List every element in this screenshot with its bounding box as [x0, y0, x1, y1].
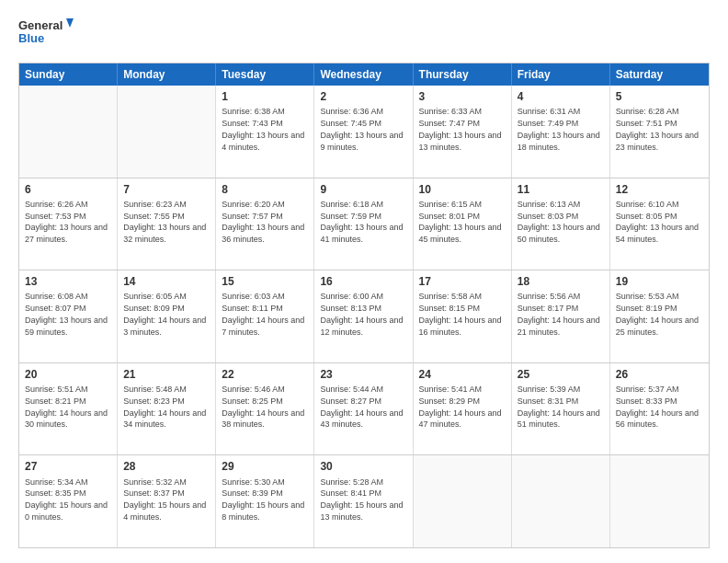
calendar: SundayMondayTuesdayWednesdayThursdayFrid…: [18, 63, 710, 548]
calendar-cell: 6Sunrise: 6:26 AM Sunset: 7:53 PM Daylig…: [19, 178, 118, 270]
cell-text: Sunrise: 6:26 AM Sunset: 7:53 PM Dayligh…: [25, 200, 108, 244]
calendar-cell: 1Sunrise: 6:38 AM Sunset: 7:43 PM Daylig…: [216, 86, 314, 178]
day-number: 13: [25, 274, 111, 289]
day-number: 28: [123, 459, 210, 474]
cell-text: Sunrise: 6:38 AM Sunset: 7:43 PM Dayligh…: [222, 107, 304, 151]
day-number: 5: [616, 89, 703, 104]
cell-text: Sunrise: 6:36 AM Sunset: 7:45 PM Dayligh…: [320, 107, 403, 151]
cell-text: Sunrise: 5:53 AM Sunset: 8:19 PM Dayligh…: [616, 292, 699, 336]
cell-text: Sunrise: 6:10 AM Sunset: 8:05 PM Dayligh…: [616, 200, 699, 244]
cell-text: Sunrise: 5:48 AM Sunset: 8:23 PM Dayligh…: [123, 385, 206, 429]
cell-text: Sunrise: 6:20 AM Sunset: 7:57 PM Dayligh…: [222, 200, 304, 244]
calendar-header-cell: Friday: [512, 63, 610, 86]
calendar-cell: [19, 86, 118, 178]
cell-text: Sunrise: 5:28 AM Sunset: 8:41 PM Dayligh…: [320, 477, 403, 522]
calendar-cell: 7Sunrise: 6:23 AM Sunset: 7:55 PM Daylig…: [118, 178, 216, 270]
calendar-cell: 25Sunrise: 5:39 AM Sunset: 8:31 PM Dayli…: [512, 363, 610, 455]
calendar-cell: 27Sunrise: 5:34 AM Sunset: 8:35 PM Dayli…: [19, 455, 118, 547]
day-number: 20: [25, 367, 111, 382]
day-number: 4: [518, 89, 604, 104]
calendar-cell: 8Sunrise: 6:20 AM Sunset: 7:57 PM Daylig…: [216, 178, 314, 270]
day-number: 21: [123, 367, 210, 382]
calendar-cell: 13Sunrise: 6:08 AM Sunset: 8:07 PM Dayli…: [19, 270, 118, 362]
calendar-cell: [414, 455, 512, 547]
calendar-header-cell: Wednesday: [314, 63, 413, 86]
day-number: 16: [320, 274, 406, 289]
cell-text: Sunrise: 6:15 AM Sunset: 8:01 PM Dayligh…: [419, 200, 502, 244]
cell-text: Sunrise: 6:03 AM Sunset: 8:11 PM Dayligh…: [222, 292, 304, 336]
calendar-cell: 21Sunrise: 5:48 AM Sunset: 8:23 PM Dayli…: [118, 363, 216, 455]
calendar-row: 13Sunrise: 6:08 AM Sunset: 8:07 PM Dayli…: [19, 270, 709, 362]
day-number: 22: [222, 367, 308, 382]
day-number: 17: [419, 274, 506, 289]
calendar-cell: 22Sunrise: 5:46 AM Sunset: 8:25 PM Dayli…: [216, 363, 314, 455]
day-number: 19: [616, 274, 703, 289]
day-number: 7: [123, 182, 210, 197]
cell-text: Sunrise: 5:44 AM Sunset: 8:27 PM Dayligh…: [320, 385, 403, 429]
day-number: 1: [222, 89, 308, 104]
calendar-header-cell: Saturday: [610, 63, 709, 86]
calendar-cell: 11Sunrise: 6:13 AM Sunset: 8:03 PM Dayli…: [512, 178, 610, 270]
cell-text: Sunrise: 6:05 AM Sunset: 8:09 PM Dayligh…: [123, 292, 206, 336]
day-number: 11: [518, 182, 604, 197]
svg-text:Blue: Blue: [18, 31, 44, 45]
calendar-row: 1Sunrise: 6:38 AM Sunset: 7:43 PM Daylig…: [19, 86, 709, 178]
calendar-cell: 16Sunrise: 6:00 AM Sunset: 8:13 PM Dayli…: [314, 270, 413, 362]
calendar-header-cell: Tuesday: [216, 63, 314, 86]
day-number: 10: [419, 182, 506, 197]
day-number: 23: [320, 367, 406, 382]
header: General Blue: [18, 15, 710, 53]
cell-text: Sunrise: 6:28 AM Sunset: 7:51 PM Dayligh…: [616, 107, 699, 151]
logo: General Blue: [18, 15, 74, 53]
cell-text: Sunrise: 5:39 AM Sunset: 8:31 PM Dayligh…: [518, 385, 600, 429]
cell-text: Sunrise: 6:13 AM Sunset: 8:03 PM Dayligh…: [518, 200, 600, 244]
calendar-cell: 23Sunrise: 5:44 AM Sunset: 8:27 PM Dayli…: [314, 363, 413, 455]
day-number: 18: [518, 274, 604, 289]
calendar-cell: [118, 86, 216, 178]
cell-text: Sunrise: 6:31 AM Sunset: 7:49 PM Dayligh…: [518, 107, 600, 151]
cell-text: Sunrise: 6:08 AM Sunset: 8:07 PM Dayligh…: [25, 292, 108, 336]
calendar-cell: 3Sunrise: 6:33 AM Sunset: 7:47 PM Daylig…: [414, 86, 512, 178]
calendar-cell: 18Sunrise: 5:56 AM Sunset: 8:17 PM Dayli…: [512, 270, 610, 362]
cell-text: Sunrise: 5:41 AM Sunset: 8:29 PM Dayligh…: [419, 385, 502, 429]
day-number: 6: [25, 182, 111, 197]
cell-text: Sunrise: 5:46 AM Sunset: 8:25 PM Dayligh…: [222, 385, 304, 429]
day-number: 3: [419, 89, 506, 104]
cell-text: Sunrise: 6:33 AM Sunset: 7:47 PM Dayligh…: [419, 107, 502, 151]
cell-text: Sunrise: 6:23 AM Sunset: 7:55 PM Dayligh…: [123, 200, 206, 244]
day-number: 8: [222, 182, 308, 197]
day-number: 24: [419, 367, 506, 382]
calendar-cell: 10Sunrise: 6:15 AM Sunset: 8:01 PM Dayli…: [414, 178, 512, 270]
cell-text: Sunrise: 5:56 AM Sunset: 8:17 PM Dayligh…: [518, 292, 600, 336]
day-number: 25: [518, 367, 604, 382]
calendar-cell: [512, 455, 610, 547]
calendar-cell: 15Sunrise: 6:03 AM Sunset: 8:11 PM Dayli…: [216, 270, 314, 362]
calendar-cell: 5Sunrise: 6:28 AM Sunset: 7:51 PM Daylig…: [610, 86, 709, 178]
day-number: 9: [320, 182, 406, 197]
day-number: 15: [222, 274, 308, 289]
calendar-cell: 29Sunrise: 5:30 AM Sunset: 8:39 PM Dayli…: [216, 455, 314, 547]
day-number: 27: [25, 459, 111, 474]
page: General Blue SundayMondayTuesdayWednesda…: [0, 0, 728, 563]
calendar-header-cell: Thursday: [414, 63, 512, 86]
svg-text:General: General: [18, 18, 63, 32]
calendar-row: 27Sunrise: 5:34 AM Sunset: 8:35 PM Dayli…: [19, 454, 709, 547]
cell-text: Sunrise: 5:32 AM Sunset: 8:37 PM Dayligh…: [123, 477, 206, 522]
calendar-cell: [610, 455, 709, 547]
calendar-row: 6Sunrise: 6:26 AM Sunset: 7:53 PM Daylig…: [19, 178, 709, 270]
calendar-cell: 26Sunrise: 5:37 AM Sunset: 8:33 PM Dayli…: [610, 363, 709, 455]
day-number: 30: [320, 459, 406, 474]
cell-text: Sunrise: 5:51 AM Sunset: 8:21 PM Dayligh…: [25, 385, 108, 429]
cell-text: Sunrise: 5:34 AM Sunset: 8:35 PM Dayligh…: [25, 477, 108, 522]
calendar-cell: 19Sunrise: 5:53 AM Sunset: 8:19 PM Dayli…: [610, 270, 709, 362]
calendar-cell: 2Sunrise: 6:36 AM Sunset: 7:45 PM Daylig…: [314, 86, 413, 178]
cell-text: Sunrise: 5:37 AM Sunset: 8:33 PM Dayligh…: [616, 385, 699, 429]
cell-text: Sunrise: 5:30 AM Sunset: 8:39 PM Dayligh…: [222, 477, 304, 522]
calendar-cell: 17Sunrise: 5:58 AM Sunset: 8:15 PM Dayli…: [414, 270, 512, 362]
calendar-header-cell: Sunday: [19, 63, 118, 86]
calendar-cell: 30Sunrise: 5:28 AM Sunset: 8:41 PM Dayli…: [314, 455, 413, 547]
calendar-cell: 4Sunrise: 6:31 AM Sunset: 7:49 PM Daylig…: [512, 86, 610, 178]
calendar-body: 1Sunrise: 6:38 AM Sunset: 7:43 PM Daylig…: [19, 86, 709, 547]
calendar-cell: 14Sunrise: 6:05 AM Sunset: 8:09 PM Dayli…: [118, 270, 216, 362]
day-number: 12: [616, 182, 703, 197]
